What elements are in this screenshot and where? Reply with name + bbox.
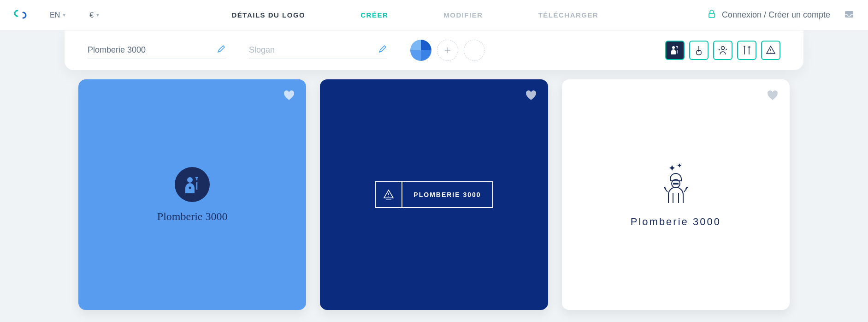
svg-point-3 bbox=[721, 47, 725, 50]
logo-title: Plomberie 3000 bbox=[157, 210, 228, 223]
icon-row bbox=[665, 41, 780, 60]
svg-rect-0 bbox=[709, 13, 714, 18]
company-name-input[interactable] bbox=[88, 42, 226, 59]
svg-point-4 bbox=[187, 177, 193, 183]
header: EN ▼ € ▼ DÉTAILS DU LOGO CRÉER MODIFIER … bbox=[0, 0, 868, 30]
logo-gallery: Plomberie 3000 PLOMBERIE 3000 bbox=[0, 70, 868, 319]
icon-choice-warning[interactable] bbox=[761, 41, 780, 60]
logo-title: PLOMBERIE 3000 bbox=[402, 182, 492, 207]
logo-card[interactable]: PLOMBERIE 3000 bbox=[320, 79, 548, 310]
svg-point-5 bbox=[189, 186, 191, 189]
logo-title: Plomberie 3000 bbox=[631, 216, 721, 228]
worker-sparkle-icon bbox=[659, 161, 692, 208]
nav: DÉTAILS DU LOGO CRÉER MODIFIER TÉLÉCHARG… bbox=[123, 11, 707, 19]
app-logo[interactable] bbox=[14, 8, 27, 23]
login-label: Connexion / Créer un compte bbox=[722, 10, 830, 20]
icon-choice-tools[interactable] bbox=[737, 41, 756, 60]
logo-card[interactable]: Plomberie 3000 bbox=[562, 79, 790, 310]
svg-rect-1 bbox=[845, 11, 853, 18]
language-label: EN bbox=[50, 11, 60, 19]
slogan-input[interactable] bbox=[249, 42, 387, 59]
login-link[interactable]: Connexion / Créer un compte bbox=[707, 9, 830, 21]
warning-icon bbox=[376, 182, 402, 207]
currency-selector[interactable]: € ▼ bbox=[89, 11, 100, 19]
pencil-icon[interactable] bbox=[378, 44, 387, 55]
icon-choice-worker-wrench[interactable] bbox=[713, 41, 732, 60]
company-name-field bbox=[88, 42, 226, 59]
pencil-icon[interactable] bbox=[217, 44, 226, 55]
favorite-button[interactable] bbox=[283, 89, 295, 103]
add-color-button[interactable] bbox=[437, 40, 458, 61]
language-selector[interactable]: EN ▼ bbox=[50, 11, 66, 19]
header-right: Connexion / Créer un compte bbox=[707, 9, 854, 21]
svg-point-2 bbox=[672, 46, 675, 49]
nav-modify[interactable]: MODIFIER bbox=[443, 11, 483, 19]
inbox-icon[interactable] bbox=[844, 9, 854, 21]
chevron-down-icon: ▼ bbox=[95, 12, 100, 18]
logo-frame: PLOMBERIE 3000 bbox=[375, 181, 493, 208]
color-swatch-blue[interactable] bbox=[410, 40, 431, 61]
icon-choice-plunger[interactable] bbox=[689, 41, 709, 60]
icon-choice-plumber[interactable] bbox=[665, 41, 685, 60]
nav-download[interactable]: TÉLÉCHARGER bbox=[538, 11, 599, 19]
logo-card[interactable]: Plomberie 3000 bbox=[78, 79, 306, 310]
favorite-button[interactable] bbox=[525, 89, 537, 103]
toolbar bbox=[65, 30, 803, 70]
slogan-field bbox=[249, 42, 387, 59]
nav-details[interactable]: DÉTAILS DU LOGO bbox=[232, 11, 306, 19]
plumber-icon bbox=[175, 167, 210, 202]
favorite-button[interactable] bbox=[767, 89, 779, 103]
color-row bbox=[410, 40, 485, 61]
svg-rect-7 bbox=[673, 183, 679, 185]
currency-label: € bbox=[89, 11, 94, 19]
chevron-down-icon: ▼ bbox=[62, 12, 66, 18]
empty-color-slot[interactable] bbox=[464, 40, 485, 61]
lock-icon bbox=[707, 9, 716, 21]
nav-create[interactable]: CRÉER bbox=[360, 11, 388, 19]
